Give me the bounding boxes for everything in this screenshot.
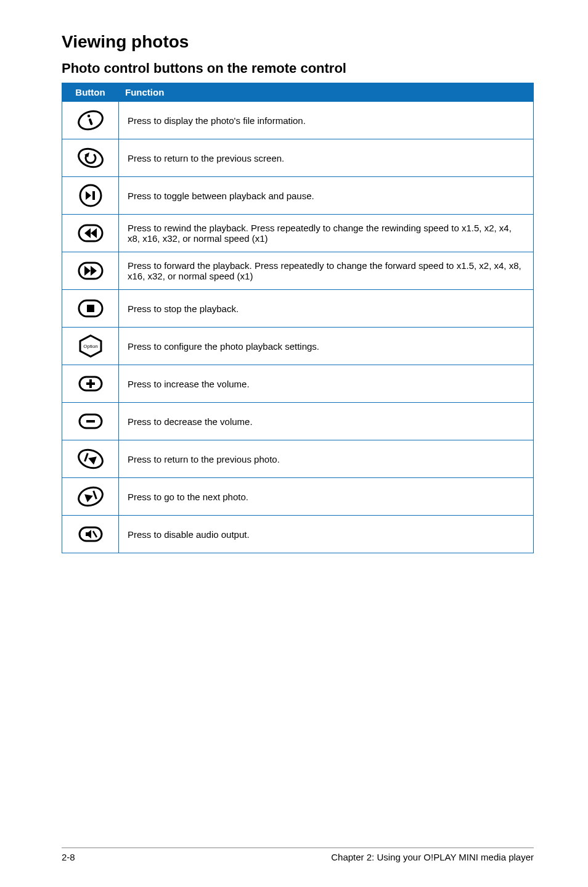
rewind-icon xyxy=(77,220,104,247)
function-cell: Press to configure the photo playback se… xyxy=(119,328,534,365)
mute-icon xyxy=(77,521,104,548)
table-row: Press to decrease the volume. xyxy=(62,403,534,440)
function-cell: Press to increase the volume. xyxy=(119,365,534,403)
return-icon xyxy=(77,144,104,171)
function-cell: Press to go to the next photo. xyxy=(119,478,534,516)
table-row: Press to toggle between playback and pau… xyxy=(62,177,534,215)
table-row: Press to display the photo's file inform… xyxy=(62,102,534,139)
table-row: Press to return to the previous photo. xyxy=(62,440,534,478)
table-row: Press to configure the photo playback se… xyxy=(62,328,534,365)
table-row: Press to stop the playback. xyxy=(62,290,534,328)
forward-icon xyxy=(77,257,104,284)
document-page: Viewing photos Photo control buttons on … xyxy=(0,0,588,887)
function-cell: Press to display the photo's file inform… xyxy=(119,102,534,139)
table-row: Press to forward the playback. Press rep… xyxy=(62,252,534,290)
button-function-table: Button Function Press to display the pho… xyxy=(62,83,534,553)
function-cell: Press to toggle between playback and pau… xyxy=(119,177,534,215)
volume-down-icon xyxy=(77,408,104,435)
chapter-label: Chapter 2: Using your O!PLAY MINI media … xyxy=(331,852,534,862)
next-photo-icon xyxy=(77,483,104,510)
table-row: Press to return to the previous screen. xyxy=(62,139,534,177)
info-icon xyxy=(77,107,104,134)
function-cell: Press to decrease the volume. xyxy=(119,403,534,440)
page-footer: 2-8 Chapter 2: Using your O!PLAY MINI me… xyxy=(62,848,534,862)
function-cell: Press to disable audio output. xyxy=(119,516,534,553)
function-cell: Press to forward the playback. Press rep… xyxy=(119,252,534,290)
function-cell: Press to stop the playback. xyxy=(119,290,534,328)
option-icon xyxy=(77,332,104,360)
table-header-button: Button xyxy=(62,83,119,102)
stop-icon xyxy=(77,295,104,322)
table-row: Press to go to the next photo. xyxy=(62,478,534,516)
play-pause-icon xyxy=(77,182,104,209)
prev-photo-icon xyxy=(77,445,104,472)
page-number: 2-8 xyxy=(62,852,75,862)
volume-up-icon xyxy=(77,370,104,397)
function-cell: Press to return to the previous screen. xyxy=(119,139,534,177)
table-row: Press to disable audio output. xyxy=(62,516,534,553)
table-header-function: Function xyxy=(119,83,534,102)
table-row: Press to increase the volume. xyxy=(62,365,534,403)
function-cell: Press to rewind the playback. Press repe… xyxy=(119,215,534,252)
section-title: Viewing photos xyxy=(62,32,534,52)
function-cell: Press to return to the previous photo. xyxy=(119,440,534,478)
section-subtitle: Photo control buttons on the remote cont… xyxy=(62,60,534,76)
table-row: Press to rewind the playback. Press repe… xyxy=(62,215,534,252)
